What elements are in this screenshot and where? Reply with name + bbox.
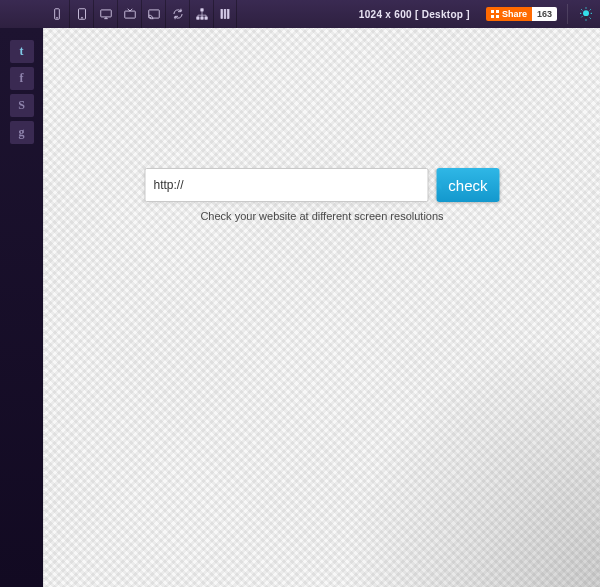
svg-rect-8 — [196, 17, 198, 19]
logo-slot — [0, 0, 43, 28]
share-widget: Share 163 — [480, 0, 563, 28]
resolution-label: 1024 x 600 [ Desktop ] — [349, 0, 480, 28]
desktop-icon[interactable] — [93, 0, 117, 28]
lightbulb-icon[interactable] — [572, 0, 600, 28]
svg-rect-5 — [124, 11, 135, 18]
url-form: check Check your website at different sc… — [145, 168, 500, 222]
twitter-icon[interactable]: t — [10, 40, 34, 63]
svg-point-3 — [81, 17, 82, 18]
svg-rect-15 — [585, 16, 587, 18]
preview-canvas: check Check your website at different sc… — [43, 28, 600, 587]
topbar-spacer — [237, 0, 349, 28]
sitemap-icon[interactable] — [189, 0, 213, 28]
skype-icon[interactable]: S — [10, 94, 34, 117]
check-button[interactable]: check — [436, 168, 499, 202]
main: t f S g check Check your website at diff… — [0, 28, 600, 587]
social-buttons: t f S g — [10, 40, 34, 144]
url-input[interactable] — [145, 168, 429, 202]
cast-icon[interactable] — [141, 0, 165, 28]
svg-rect-10 — [204, 17, 206, 19]
svg-rect-4 — [100, 10, 111, 17]
facebook-icon[interactable]: f — [10, 67, 34, 90]
topbar: 1024 x 600 [ Desktop ] Share 163 — [0, 0, 600, 28]
refresh-icon[interactable] — [165, 0, 189, 28]
phone-icon[interactable] — [45, 0, 69, 28]
sidebar: t f S g — [0, 28, 43, 587]
google-plus-icon[interactable]: g — [10, 121, 34, 144]
svg-rect-7 — [200, 9, 202, 11]
svg-rect-13 — [227, 9, 229, 18]
share-button[interactable]: Share — [486, 7, 532, 21]
tablet-icon[interactable] — [69, 0, 93, 28]
svg-rect-9 — [200, 17, 202, 19]
columns-icon[interactable] — [213, 0, 237, 28]
resolution-text: 1024 x 600 [ Desktop ] — [359, 9, 470, 20]
tv-icon[interactable] — [117, 0, 141, 28]
share-count: 163 — [532, 7, 557, 21]
tagline: Check your website at different screen r… — [200, 210, 443, 222]
topbar-divider — [567, 4, 568, 24]
svg-rect-11 — [221, 9, 223, 18]
share-label: Share — [502, 9, 527, 19]
svg-point-14 — [583, 10, 589, 16]
device-mode-toolbar — [43, 0, 237, 28]
plus-icon — [491, 10, 499, 18]
svg-rect-12 — [224, 9, 226, 18]
svg-point-1 — [56, 17, 57, 18]
